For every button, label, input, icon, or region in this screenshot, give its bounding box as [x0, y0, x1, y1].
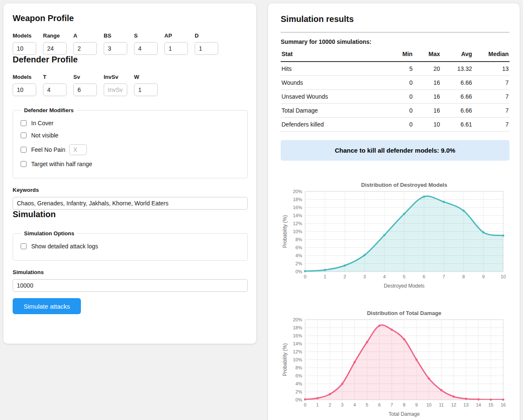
svg-text:3: 3 — [341, 402, 343, 407]
svg-text:2: 2 — [343, 274, 346, 279]
keywords-input[interactable] — [13, 197, 248, 210]
feel-no-pain-value-input[interactable] — [69, 144, 87, 155]
defender-w-input[interactable] — [134, 83, 158, 96]
stat-value-cell: 6.66 — [441, 104, 473, 118]
svg-text:Probability (%): Probability (%) — [282, 215, 288, 248]
svg-text:18%: 18% — [293, 197, 302, 202]
weapon-field-bs: BS — [104, 32, 127, 55]
distribution-of-destroyed-models-chart: Distribution of Destroyed Models0%2%4%6%… — [281, 180, 510, 289]
feel-no-pain-checkbox[interactable] — [21, 147, 27, 153]
weapon-field-a: A — [73, 32, 97, 55]
simulation-options-fieldset: Simulation Options Show detailed attack … — [13, 230, 248, 261]
weapon-d-label: D — [195, 32, 218, 39]
stat-value-cell: 6.61 — [441, 118, 473, 132]
weapon-field-models: Models — [13, 32, 36, 55]
weapon-a-input[interactable] — [73, 42, 97, 55]
table-header-row: StatMinMaxAvgMedian — [281, 47, 510, 62]
weapon-d-input[interactable] — [195, 42, 218, 55]
defender-modifiers-legend: Defender Modifiers — [21, 107, 76, 113]
svg-text:2%: 2% — [295, 261, 302, 266]
defender-sv-input[interactable] — [73, 83, 97, 96]
col-header-max: Max — [413, 47, 441, 62]
svg-text:8%: 8% — [295, 365, 302, 370]
defender-profile-fields: ModelsTSvInvSvW — [13, 74, 248, 96]
option-row-target-within-half-range[interactable]: Target within half range — [21, 161, 240, 167]
weapon-s-input[interactable] — [134, 42, 158, 55]
option-row-in-cover[interactable]: In Cover — [21, 120, 240, 127]
weapon-field-d: D — [195, 32, 218, 55]
stat-value-cell: 6.66 — [441, 90, 473, 104]
stat-row-wounds: Wounds0166.667 — [281, 76, 510, 90]
col-header-median: Median — [473, 47, 510, 62]
simulation-title: Simulation — [13, 210, 248, 219]
svg-text:8: 8 — [403, 402, 405, 407]
distribution-of-total-damage-chart: Distribution of Total Damage0%2%4%6%8%10… — [281, 308, 510, 417]
stat-value-cell: 0 — [388, 104, 413, 118]
stat-value-cell: 6.66 — [441, 76, 473, 90]
simulation-options-legend: Simulation Options — [21, 230, 77, 237]
svg-text:18%: 18% — [293, 325, 302, 330]
stat-name-cell: Hits — [281, 62, 388, 76]
option-row-not-visible[interactable]: Not visible — [21, 132, 240, 139]
svg-text:16%: 16% — [293, 205, 302, 210]
svg-text:7: 7 — [443, 274, 445, 279]
svg-text:14: 14 — [476, 402, 481, 407]
svg-text:4: 4 — [383, 274, 386, 279]
svg-text:16%: 16% — [293, 333, 302, 338]
defender-sv-label: Sv — [73, 74, 97, 80]
svg-text:0: 0 — [304, 402, 306, 407]
stat-value-cell: 5 — [388, 62, 413, 76]
col-header-min: Min — [388, 47, 413, 62]
stat-value-cell: 16 — [413, 104, 441, 118]
not-visible-label: Not visible — [31, 132, 59, 139]
svg-text:6: 6 — [423, 274, 425, 279]
results-title: Simulation results — [281, 14, 510, 24]
simulation-options: Show detailed attack logs — [19, 243, 241, 250]
svg-text:10: 10 — [501, 274, 506, 279]
keywords-label: Keywords — [13, 187, 248, 193]
stat-value-cell: 7 — [473, 76, 510, 90]
svg-text:10%: 10% — [293, 357, 302, 362]
weapon-ap-input[interactable] — [164, 42, 188, 55]
defender-models-input[interactable] — [13, 83, 36, 96]
svg-text:6%: 6% — [295, 373, 302, 378]
simulations-count-input[interactable] — [13, 279, 248, 292]
weapon-models-input[interactable] — [13, 42, 36, 55]
defender-field-t: T — [43, 74, 67, 96]
svg-text:5: 5 — [366, 402, 368, 407]
svg-text:10%: 10% — [293, 229, 302, 234]
stat-value-cell: 16 — [413, 76, 441, 90]
show-detailed-attack-logs-checkbox[interactable] — [21, 243, 27, 249]
svg-text:8: 8 — [462, 274, 465, 279]
in-cover-label: In Cover — [31, 120, 54, 127]
weapon-bs-input[interactable] — [104, 42, 127, 55]
svg-text:1: 1 — [316, 402, 319, 407]
weapon-range-input[interactable] — [43, 42, 67, 55]
defender-t-label: T — [43, 74, 67, 80]
kill-chance-banner: Chance to kill all defender models: 9.0% — [281, 140, 510, 161]
defender-invsv-label: InvSv — [104, 74, 127, 80]
option-row-show-detailed-attack-logs[interactable]: Show detailed attack logs — [21, 243, 240, 250]
option-row-feel-no-pain[interactable]: Feel No Pain — [21, 144, 240, 155]
defender-t-input[interactable] — [43, 83, 67, 96]
weapon-s-label: S — [134, 32, 158, 39]
simulate-attacks-button[interactable]: Simulate attacks — [13, 298, 81, 314]
svg-text:1: 1 — [324, 274, 326, 279]
target-within-half-range-checkbox[interactable] — [21, 161, 27, 167]
in-cover-checkbox[interactable] — [21, 120, 27, 126]
svg-text:3: 3 — [363, 274, 366, 279]
weapon-field-range: Range — [43, 32, 67, 55]
svg-text:Destroyed Models: Destroyed Models — [384, 283, 425, 289]
summary-heading: Summary for 10000 simulations: — [281, 38, 510, 45]
svg-text:14%: 14% — [293, 213, 302, 218]
weapon-ap-label: AP — [164, 32, 188, 39]
weapon-range-label: Range — [43, 32, 67, 39]
not-visible-checkbox[interactable] — [21, 132, 27, 138]
svg-text:Distribution of Total Damage: Distribution of Total Damage — [367, 310, 442, 316]
col-header-avg: Avg — [441, 47, 473, 62]
svg-text:2%: 2% — [295, 389, 302, 394]
defender-invsv-input[interactable] — [104, 83, 127, 96]
feel-no-pain-label: Feel No Pain — [31, 146, 65, 153]
weapon-models-label: Models — [13, 32, 36, 39]
show-detailed-attack-logs-label: Show detailed attack logs — [31, 243, 98, 250]
